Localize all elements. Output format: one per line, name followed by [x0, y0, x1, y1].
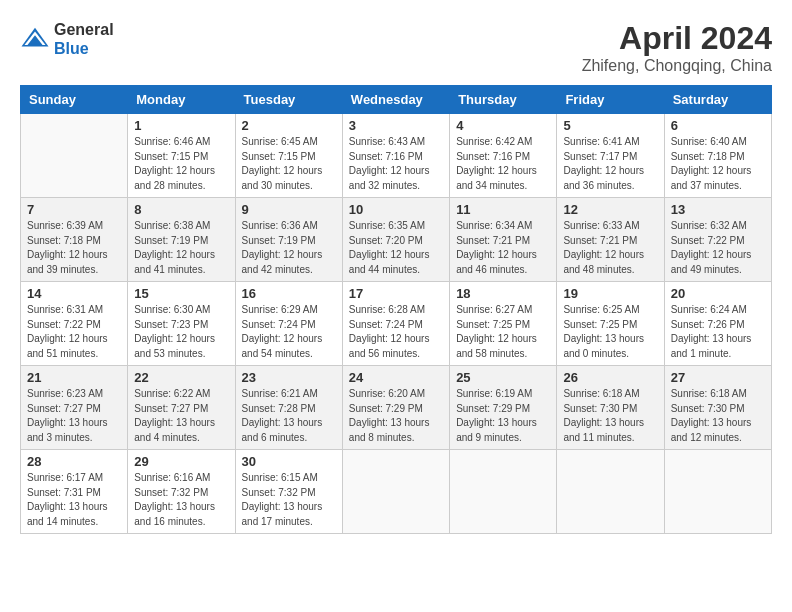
day-number: 25: [456, 370, 550, 385]
calendar-cell: 12Sunrise: 6:33 AM Sunset: 7:21 PM Dayli…: [557, 198, 664, 282]
calendar-cell: [342, 450, 449, 534]
day-detail: Sunrise: 6:31 AM Sunset: 7:22 PM Dayligh…: [27, 303, 121, 361]
calendar-cell: 22Sunrise: 6:22 AM Sunset: 7:27 PM Dayli…: [128, 366, 235, 450]
day-number: 10: [349, 202, 443, 217]
day-detail: Sunrise: 6:21 AM Sunset: 7:28 PM Dayligh…: [242, 387, 336, 445]
calendar-cell: 10Sunrise: 6:35 AM Sunset: 7:20 PM Dayli…: [342, 198, 449, 282]
day-number: 4: [456, 118, 550, 133]
day-number: 20: [671, 286, 765, 301]
day-number: 5: [563, 118, 657, 133]
day-detail: Sunrise: 6:15 AM Sunset: 7:32 PM Dayligh…: [242, 471, 336, 529]
calendar-cell: 13Sunrise: 6:32 AM Sunset: 7:22 PM Dayli…: [664, 198, 771, 282]
day-detail: Sunrise: 6:16 AM Sunset: 7:32 PM Dayligh…: [134, 471, 228, 529]
day-number: 18: [456, 286, 550, 301]
calendar-week-row: 21Sunrise: 6:23 AM Sunset: 7:27 PM Dayli…: [21, 366, 772, 450]
day-detail: Sunrise: 6:42 AM Sunset: 7:16 PM Dayligh…: [456, 135, 550, 193]
day-number: 27: [671, 370, 765, 385]
day-detail: Sunrise: 6:28 AM Sunset: 7:24 PM Dayligh…: [349, 303, 443, 361]
calendar-cell: 7Sunrise: 6:39 AM Sunset: 7:18 PM Daylig…: [21, 198, 128, 282]
calendar-cell: 18Sunrise: 6:27 AM Sunset: 7:25 PM Dayli…: [450, 282, 557, 366]
day-detail: Sunrise: 6:36 AM Sunset: 7:19 PM Dayligh…: [242, 219, 336, 277]
day-detail: Sunrise: 6:20 AM Sunset: 7:29 PM Dayligh…: [349, 387, 443, 445]
day-number: 7: [27, 202, 121, 217]
day-number: 26: [563, 370, 657, 385]
day-number: 28: [27, 454, 121, 469]
day-detail: Sunrise: 6:32 AM Sunset: 7:22 PM Dayligh…: [671, 219, 765, 277]
calendar-cell: 30Sunrise: 6:15 AM Sunset: 7:32 PM Dayli…: [235, 450, 342, 534]
day-number: 30: [242, 454, 336, 469]
calendar-cell: 24Sunrise: 6:20 AM Sunset: 7:29 PM Dayli…: [342, 366, 449, 450]
day-detail: Sunrise: 6:38 AM Sunset: 7:19 PM Dayligh…: [134, 219, 228, 277]
day-number: 14: [27, 286, 121, 301]
day-detail: Sunrise: 6:18 AM Sunset: 7:30 PM Dayligh…: [671, 387, 765, 445]
calendar-table: SundayMondayTuesdayWednesdayThursdayFrid…: [20, 85, 772, 534]
weekday-header-row: SundayMondayTuesdayWednesdayThursdayFrid…: [21, 86, 772, 114]
day-number: 8: [134, 202, 228, 217]
calendar-cell: 17Sunrise: 6:28 AM Sunset: 7:24 PM Dayli…: [342, 282, 449, 366]
location: Zhifeng, Chongqing, China: [582, 57, 772, 75]
day-number: 29: [134, 454, 228, 469]
day-detail: Sunrise: 6:29 AM Sunset: 7:24 PM Dayligh…: [242, 303, 336, 361]
day-number: 24: [349, 370, 443, 385]
day-number: 19: [563, 286, 657, 301]
day-number: 1: [134, 118, 228, 133]
weekday-header-friday: Friday: [557, 86, 664, 114]
calendar-cell: 28Sunrise: 6:17 AM Sunset: 7:31 PM Dayli…: [21, 450, 128, 534]
day-number: 15: [134, 286, 228, 301]
day-detail: Sunrise: 6:34 AM Sunset: 7:21 PM Dayligh…: [456, 219, 550, 277]
day-number: 17: [349, 286, 443, 301]
day-detail: Sunrise: 6:22 AM Sunset: 7:27 PM Dayligh…: [134, 387, 228, 445]
day-detail: Sunrise: 6:46 AM Sunset: 7:15 PM Dayligh…: [134, 135, 228, 193]
calendar-cell: 23Sunrise: 6:21 AM Sunset: 7:28 PM Dayli…: [235, 366, 342, 450]
day-detail: Sunrise: 6:33 AM Sunset: 7:21 PM Dayligh…: [563, 219, 657, 277]
calendar-week-row: 28Sunrise: 6:17 AM Sunset: 7:31 PM Dayli…: [21, 450, 772, 534]
calendar-cell: 16Sunrise: 6:29 AM Sunset: 7:24 PM Dayli…: [235, 282, 342, 366]
day-number: 16: [242, 286, 336, 301]
calendar-cell: 3Sunrise: 6:43 AM Sunset: 7:16 PM Daylig…: [342, 114, 449, 198]
weekday-header-tuesday: Tuesday: [235, 86, 342, 114]
weekday-header-thursday: Thursday: [450, 86, 557, 114]
day-number: 23: [242, 370, 336, 385]
day-number: 12: [563, 202, 657, 217]
page-header: General Blue April 2024 Zhifeng, Chongqi…: [20, 20, 772, 75]
calendar-cell: [664, 450, 771, 534]
calendar-cell: 29Sunrise: 6:16 AM Sunset: 7:32 PM Dayli…: [128, 450, 235, 534]
calendar-week-row: 7Sunrise: 6:39 AM Sunset: 7:18 PM Daylig…: [21, 198, 772, 282]
day-detail: Sunrise: 6:40 AM Sunset: 7:18 PM Dayligh…: [671, 135, 765, 193]
calendar-cell: 20Sunrise: 6:24 AM Sunset: 7:26 PM Dayli…: [664, 282, 771, 366]
day-detail: Sunrise: 6:39 AM Sunset: 7:18 PM Dayligh…: [27, 219, 121, 277]
day-number: 11: [456, 202, 550, 217]
calendar-cell: [21, 114, 128, 198]
logo-icon: [20, 24, 50, 54]
calendar-cell: 19Sunrise: 6:25 AM Sunset: 7:25 PM Dayli…: [557, 282, 664, 366]
calendar-cell: 27Sunrise: 6:18 AM Sunset: 7:30 PM Dayli…: [664, 366, 771, 450]
weekday-header-saturday: Saturday: [664, 86, 771, 114]
day-detail: Sunrise: 6:35 AM Sunset: 7:20 PM Dayligh…: [349, 219, 443, 277]
day-number: 22: [134, 370, 228, 385]
calendar-cell: [450, 450, 557, 534]
calendar-week-row: 14Sunrise: 6:31 AM Sunset: 7:22 PM Dayli…: [21, 282, 772, 366]
title-block: April 2024 Zhifeng, Chongqing, China: [582, 20, 772, 75]
day-detail: Sunrise: 6:19 AM Sunset: 7:29 PM Dayligh…: [456, 387, 550, 445]
day-detail: Sunrise: 6:25 AM Sunset: 7:25 PM Dayligh…: [563, 303, 657, 361]
calendar-cell: 15Sunrise: 6:30 AM Sunset: 7:23 PM Dayli…: [128, 282, 235, 366]
calendar-cell: 14Sunrise: 6:31 AM Sunset: 7:22 PM Dayli…: [21, 282, 128, 366]
calendar-week-row: 1Sunrise: 6:46 AM Sunset: 7:15 PM Daylig…: [21, 114, 772, 198]
logo: General Blue: [20, 20, 114, 58]
day-detail: Sunrise: 6:43 AM Sunset: 7:16 PM Dayligh…: [349, 135, 443, 193]
day-detail: Sunrise: 6:18 AM Sunset: 7:30 PM Dayligh…: [563, 387, 657, 445]
day-detail: Sunrise: 6:24 AM Sunset: 7:26 PM Dayligh…: [671, 303, 765, 361]
weekday-header-wednesday: Wednesday: [342, 86, 449, 114]
day-number: 13: [671, 202, 765, 217]
day-detail: Sunrise: 6:45 AM Sunset: 7:15 PM Dayligh…: [242, 135, 336, 193]
day-detail: Sunrise: 6:30 AM Sunset: 7:23 PM Dayligh…: [134, 303, 228, 361]
day-number: 2: [242, 118, 336, 133]
calendar-cell: 5Sunrise: 6:41 AM Sunset: 7:17 PM Daylig…: [557, 114, 664, 198]
day-detail: Sunrise: 6:17 AM Sunset: 7:31 PM Dayligh…: [27, 471, 121, 529]
month-year: April 2024: [582, 20, 772, 57]
day-number: 3: [349, 118, 443, 133]
calendar-cell: 4Sunrise: 6:42 AM Sunset: 7:16 PM Daylig…: [450, 114, 557, 198]
calendar-cell: 25Sunrise: 6:19 AM Sunset: 7:29 PM Dayli…: [450, 366, 557, 450]
weekday-header-monday: Monday: [128, 86, 235, 114]
day-number: 9: [242, 202, 336, 217]
